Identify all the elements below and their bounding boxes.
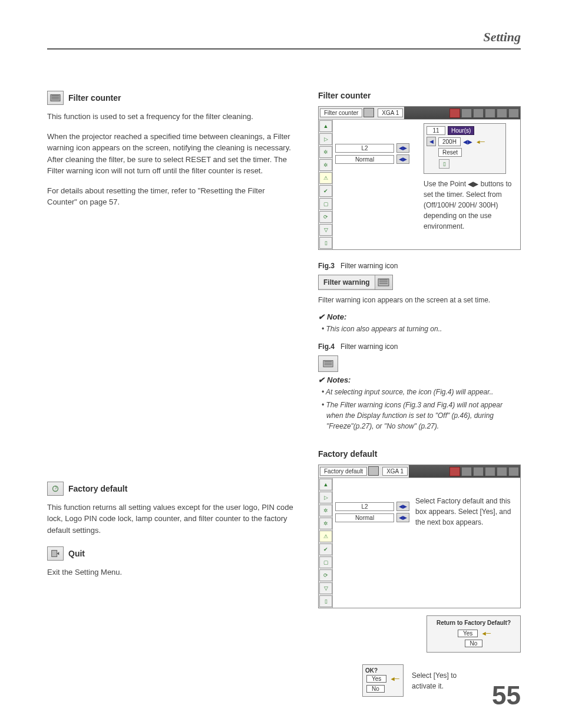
side-icon: ▢: [319, 198, 332, 210]
osd-value-11: 11: [427, 126, 445, 135]
side-icon: ▯: [319, 595, 332, 607]
side-icon: ✲: [319, 159, 332, 171]
arrow-icon: ◀▶: [396, 502, 409, 511]
dialog-no-btn: No: [465, 640, 483, 647]
tab-icon: [508, 467, 519, 476]
factory-caption3: Select Factory default and this box appe…: [415, 496, 518, 528]
columns: Filter counter This function is used to …: [47, 91, 521, 700]
side-icon: ▷: [319, 492, 332, 503]
quit-p1: Exit the Setting Menu.: [47, 566, 295, 578]
osd2-l2: L2: [335, 502, 394, 511]
dialog1-title: Return to Factory Default?: [432, 620, 515, 626]
arrow-icon: ◀▶: [396, 143, 409, 153]
back-icon: ◀: [427, 137, 436, 146]
side-icon: ✲: [319, 505, 332, 516]
filter-warning-pill: Filter warning: [318, 275, 393, 290]
tab-icon: [449, 108, 460, 118]
fig3-text: Filter warning icon: [340, 262, 398, 270]
tab-icon: [449, 467, 460, 476]
side-icon: ✲: [319, 518, 332, 529]
filter-caption1: Use the Point ◀▶ buttons to set the time…: [424, 179, 518, 232]
page-number: 55: [492, 681, 521, 710]
factory-caption4: Select [Yes] to activate it.: [412, 670, 477, 691]
filter-icon: [47, 91, 64, 105]
osd2-tab-row: [409, 465, 520, 477]
fig3-label: Fig.3: [318, 262, 335, 270]
side-icon: ⟳: [319, 211, 332, 223]
side-icon-up: ▲: [319, 120, 332, 132]
factory-heading: Factory default: [47, 482, 295, 496]
tab-icon: [473, 467, 484, 476]
side-icon-down: ▽: [319, 224, 332, 236]
osd-panel-factory: Factory default XGA 1 ▲ ▷: [318, 465, 521, 608]
tab-icon: [497, 108, 507, 118]
dialog2-title: OK?: [365, 667, 401, 674]
dialog2-yes-btn: Yes: [366, 675, 386, 683]
svg-point-1: [53, 486, 58, 491]
notes2-item2: • The Filter warning icons (Fig.3 and Fi…: [326, 400, 521, 431]
quit-heading: Quit: [47, 546, 295, 561]
tab-icon: [485, 467, 495, 476]
fig3-line: Fig.3 Filter warning icon: [318, 262, 521, 270]
note1-head: Note:: [318, 312, 521, 321]
side-icon: ✔: [319, 543, 332, 555]
tab-icon: [461, 467, 472, 476]
osd2-title-label: Factory default: [320, 467, 367, 476]
osd-tab-row: [404, 107, 520, 119]
factory-p1: This function returns all setting values…: [47, 502, 295, 536]
notes2-item1: • At selecting input source, the icon (F…: [326, 387, 521, 397]
osd-200h: 200H: [438, 137, 461, 146]
tab-icon: [473, 108, 484, 118]
filter-warning-icon-large: [318, 355, 338, 372]
page-header: Setting: [47, 29, 521, 50]
factory-icon: [47, 482, 64, 496]
osd-end-icon: ▯: [439, 159, 449, 169]
side-icon: ▢: [319, 556, 332, 568]
filter-caption2: Filter warning icon appears on the scree…: [318, 295, 521, 305]
filter-diagram: Filter counter XGA 1: [318, 106, 521, 253]
osd-row-normal: Normal ◀▶: [335, 154, 418, 164]
pointer-icon: ◂─: [477, 138, 485, 146]
osd-header: Filter counter XGA 1: [319, 107, 520, 120]
arrow-icon: ◀▶: [396, 513, 409, 522]
osd2-normal: Normal: [335, 513, 394, 522]
osd-header-factory: Factory default XGA 1: [319, 465, 520, 478]
pointer-icon: ◂─: [391, 675, 399, 682]
factory-title: Factory default: [68, 484, 127, 493]
filter-warning-icon: [375, 275, 392, 289]
side-icon: ✲: [319, 146, 332, 158]
side-icon: ⚠: [319, 531, 332, 542]
dialog-ok: OK? Yes ◂─ No: [362, 664, 404, 697]
filter-warning-label: Filter warning: [319, 276, 375, 288]
fig4-text: Filter warning icon: [340, 342, 398, 351]
dialog-yes-btn: Yes: [458, 630, 478, 637]
tab-icon: [461, 108, 472, 118]
arrow-icon: ◀▶: [463, 139, 472, 145]
side-icon: ✔: [319, 185, 332, 197]
osd-row-l2: L2 ◀▶: [335, 143, 418, 153]
fig4-label: Fig.4: [318, 342, 335, 351]
tab-icon: [485, 108, 495, 118]
right-column: Filter counter Filter counter XGA 1: [318, 91, 521, 700]
side-icon-up: ▲: [319, 479, 332, 490]
dialog2-no-btn: No: [366, 685, 385, 693]
osd2-sidebar: ▲ ▷ ✲ ✲ ⚠ ✔ ▢ ⟳ ▽ ▯: [319, 478, 333, 608]
osd-l2-label: L2: [335, 144, 394, 153]
osd-sidebar: ▲ ▷ ✲ ✲ ⚠ ✔ ▢ ⟳ ▽ ▯: [319, 120, 333, 249]
notes2-head: Notes:: [318, 375, 521, 384]
svg-rect-2: [52, 551, 57, 557]
filter-p2: When the projector reached a specified t…: [47, 131, 295, 177]
osd-hours: Hour(s): [448, 126, 474, 135]
header-title: Setting: [483, 29, 521, 44]
side-icon-down: ▽: [319, 582, 332, 594]
note1-item: • This icon also appears at turning on..: [326, 324, 521, 334]
osd-panel-filter: Filter counter XGA 1: [318, 106, 521, 250]
arrow-icon: ◀▶: [396, 154, 409, 164]
quit-icon: [47, 546, 64, 561]
osd-body: ▲ ▷ ✲ ✲ ⚠ ✔ ▢ ⟳ ▽ ▯: [319, 120, 520, 249]
factory-rhead: Factory default: [318, 449, 521, 459]
side-icon: ▯: [319, 237, 332, 249]
osd-mode-label: XGA 1: [378, 108, 403, 117]
fig4-line: Fig.4 Filter warning icon: [318, 342, 521, 351]
filter-p1: This function is used to set a frequency…: [47, 111, 295, 123]
